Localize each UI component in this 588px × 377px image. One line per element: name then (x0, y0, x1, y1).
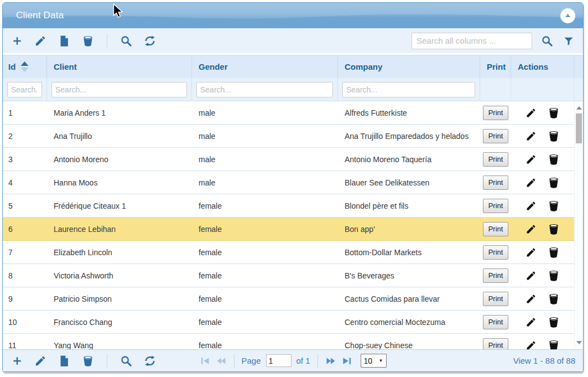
find-record-button[interactable] (119, 34, 133, 48)
pencil-icon (34, 35, 46, 47)
sort-icon[interactable] (20, 61, 29, 73)
row-edit-button[interactable] (525, 200, 537, 211)
company-search-input[interactable] (342, 82, 475, 97)
next-page-button[interactable] (325, 355, 336, 366)
chevron-up-icon (564, 12, 572, 20)
row-delete-button[interactable] (548, 153, 560, 166)
filter-toggle-button[interactable] (562, 34, 575, 48)
row-edit-button[interactable] (525, 107, 537, 118)
pager-copy-record-button[interactable] (57, 354, 71, 368)
print-button[interactable]: Print (483, 245, 508, 260)
cell-print: Print (480, 245, 511, 260)
table-row[interactable]: 3 Antonio Moreno male Antonio Moreno Taq… (3, 148, 574, 171)
pencil-icon (525, 340, 537, 350)
table-row[interactable]: 11 Yang Wang female Chop-suey Chinese Pr… (3, 334, 574, 349)
cell-client: Patricio Simpson (47, 295, 192, 303)
row-edit-button[interactable] (525, 154, 537, 165)
screen: Client Data (0, 0, 588, 377)
page-number-input[interactable] (266, 354, 292, 367)
table-row[interactable]: 7 Elizabeth Lincoln female Bottom-Dollar… (3, 241, 574, 264)
row-edit-button[interactable] (525, 270, 537, 281)
print-button[interactable]: Print (483, 175, 508, 190)
table-row[interactable]: 4 Hanna Moos male Blauer See Delikatesse… (3, 171, 574, 194)
row-edit-button[interactable] (525, 177, 537, 188)
first-page-button[interactable] (199, 355, 210, 366)
table-row[interactable]: 1 Maria Anders 1 male Alfreds Futterkist… (3, 101, 574, 125)
print-button[interactable]: Print (483, 152, 508, 167)
row-delete-button[interactable] (548, 130, 560, 142)
trash-icon (82, 35, 94, 47)
print-button[interactable]: Print (483, 268, 508, 283)
client-search-input[interactable] (51, 82, 187, 97)
row-edit-button[interactable] (525, 224, 537, 235)
refresh-grid-button[interactable] (143, 34, 157, 48)
row-edit-button[interactable] (525, 247, 537, 258)
id-search-input[interactable] (7, 82, 42, 97)
row-delete-button[interactable] (548, 223, 560, 235)
pager-find-record-button[interactable] (119, 354, 133, 368)
print-button[interactable]: Print (483, 106, 508, 120)
print-button[interactable]: Print (483, 338, 508, 350)
scrollbar-thumb[interactable] (576, 113, 582, 143)
print-button[interactable]: Print (483, 129, 508, 143)
delete-record-button[interactable] (81, 34, 95, 48)
filter-cell-id (3, 78, 47, 101)
row-edit-button[interactable] (525, 340, 537, 350)
table-row[interactable]: 2 Ana Trujillo male Ana Trujillo Empared… (3, 125, 574, 148)
table-row[interactable]: 10 Francisco Chang female Centro comerci… (3, 311, 574, 334)
scrollbar-down-arrow-icon[interactable] (576, 341, 582, 344)
previous-page-icon (215, 355, 226, 366)
print-button[interactable]: Print (483, 315, 508, 329)
page-size-select[interactable]: 10 ▼ (361, 354, 387, 368)
cell-client: Antonio Moreno (47, 155, 192, 164)
table-row[interactable]: 6 Laurence Lebihan female Bon app' Print (3, 218, 574, 241)
copy-record-button[interactable] (57, 34, 71, 48)
pencil-icon (525, 107, 537, 118)
filter-row (3, 78, 583, 101)
row-delete-button[interactable] (548, 246, 560, 259)
trash-icon (548, 270, 560, 282)
print-button[interactable]: Print (483, 292, 508, 306)
edit-record-button[interactable] (33, 34, 48, 48)
gender-search-input[interactable] (196, 82, 333, 97)
trash-icon (548, 293, 560, 305)
pager-add-record-button[interactable] (11, 354, 24, 368)
row-delete-button[interactable] (548, 107, 560, 119)
add-record-button[interactable] (11, 34, 24, 48)
pager-refresh-button[interactable] (143, 354, 157, 368)
row-delete-button[interactable] (548, 177, 560, 189)
print-button[interactable]: Print (483, 222, 508, 236)
row-delete-button[interactable] (548, 200, 560, 212)
cell-gender: male (192, 132, 338, 141)
row-edit-button[interactable] (525, 131, 537, 142)
cell-id: 2 (3, 132, 47, 141)
global-search-button[interactable] (540, 34, 554, 48)
filter-cell-client (47, 78, 192, 101)
row-delete-button[interactable] (548, 270, 560, 282)
pager-edit-record-button[interactable] (33, 354, 48, 368)
row-delete-button[interactable] (548, 293, 560, 305)
vertical-scrollbar[interactable] (574, 101, 583, 349)
print-button[interactable]: Print (483, 199, 508, 213)
row-edit-button[interactable] (525, 317, 537, 328)
scrollbar-up-arrow-icon[interactable] (576, 106, 582, 110)
cell-client: Francisco Chang (47, 318, 192, 327)
trash-icon (548, 153, 560, 166)
global-search-input[interactable] (412, 33, 532, 49)
last-page-button[interactable] (341, 355, 352, 366)
column-header-actions: Actions (511, 55, 574, 78)
page-count-label: of 1 (296, 356, 310, 365)
pager-delete-record-button[interactable] (81, 354, 95, 368)
column-header-id[interactable]: Id (3, 55, 47, 78)
row-delete-button[interactable] (548, 339, 560, 350)
row-edit-button[interactable] (525, 293, 537, 304)
titlebar-wave-decoration (3, 3, 583, 28)
table-row[interactable]: 8 Victoria Ashworth female B's Beverages… (3, 264, 574, 287)
collapse-grid-button[interactable] (560, 8, 575, 23)
column-header-row: Id Client Gender Company Print Actions (3, 55, 583, 78)
row-delete-button[interactable] (548, 316, 560, 328)
table-row[interactable]: 5 Frédérique Citeaux 1 female Blondel pè… (3, 194, 574, 218)
cell-actions (511, 223, 574, 235)
table-row[interactable]: 9 Patricio Simpson female Cactus Comidas… (3, 287, 574, 311)
previous-page-button[interactable] (215, 355, 226, 366)
